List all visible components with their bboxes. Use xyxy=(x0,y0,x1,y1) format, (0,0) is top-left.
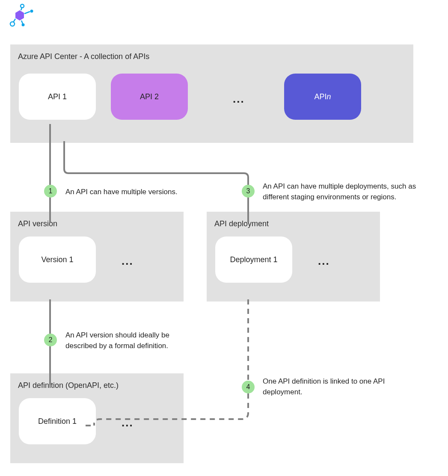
annotation-4: One API definition is linked to one API … xyxy=(263,376,391,397)
node-api-2-label: API 2 xyxy=(140,92,159,101)
svg-line-4 xyxy=(21,21,23,24)
badge-1-num: 1 xyxy=(49,187,53,195)
panel-api-definition-title: API definition (OpenAPI, etc.) xyxy=(18,381,176,390)
svg-point-5 xyxy=(30,10,33,13)
panel-api-deployment-title: API deployment xyxy=(214,219,372,228)
node-api-1-label: API 1 xyxy=(48,92,67,101)
panel-api-version-title: API version xyxy=(18,219,176,228)
ellipsis-versions: ... xyxy=(122,254,134,268)
svg-marker-0 xyxy=(15,10,24,21)
badge-1: 1 xyxy=(44,185,57,198)
node-version-1-label: Version 1 xyxy=(41,255,73,264)
node-definition-1-label: Definition 1 xyxy=(38,417,77,426)
node-deployment-1-label: Deployment 1 xyxy=(230,255,277,264)
node-api-2: API 2 xyxy=(111,74,188,120)
badge-3-num: 3 xyxy=(246,187,250,195)
badge-3: 3 xyxy=(242,185,255,198)
annotation-1: An API can have multiple versions. xyxy=(65,187,178,198)
badge-4-num: 4 xyxy=(246,383,250,391)
badge-4: 4 xyxy=(242,381,255,393)
panel-api-center-title: Azure API Center - A collection of APIs xyxy=(18,52,406,61)
api-center-logo-icon xyxy=(7,3,38,29)
annotation-2: An API version should ideally be describ… xyxy=(65,330,194,351)
svg-point-1 xyxy=(10,22,15,26)
panel-api-center: Azure API Center - A collection of APIs … xyxy=(10,44,413,143)
node-version-1: Version 1 xyxy=(19,237,96,283)
node-api-n-suffix: n xyxy=(327,92,331,101)
svg-point-3 xyxy=(22,24,25,27)
node-api-1: API 1 xyxy=(19,74,96,120)
svg-point-7 xyxy=(21,4,24,8)
node-api-n-prefix: API xyxy=(314,92,326,101)
panel-api-deployment: API deployment Deployment 1 ... xyxy=(207,212,380,302)
annotation-3: An API can have multiple deployments, su… xyxy=(263,181,434,202)
badge-2-num: 2 xyxy=(49,336,53,344)
svg-line-8 xyxy=(21,8,22,10)
ellipsis-deployments: ... xyxy=(318,254,330,268)
node-deployment-1: Deployment 1 xyxy=(215,237,292,283)
panel-api-definition: API definition (OpenAPI, etc.) Definitio… xyxy=(10,373,184,463)
svg-line-2 xyxy=(13,19,15,22)
node-definition-1: Definition 1 xyxy=(19,398,96,444)
panel-api-version: API version Version 1 ... xyxy=(10,212,184,302)
ellipsis-apis: ... xyxy=(233,92,245,106)
badge-2: 2 xyxy=(44,334,57,346)
svg-line-6 xyxy=(24,12,30,14)
node-api-n: API n xyxy=(284,74,361,120)
ellipsis-definitions: ... xyxy=(122,416,134,429)
